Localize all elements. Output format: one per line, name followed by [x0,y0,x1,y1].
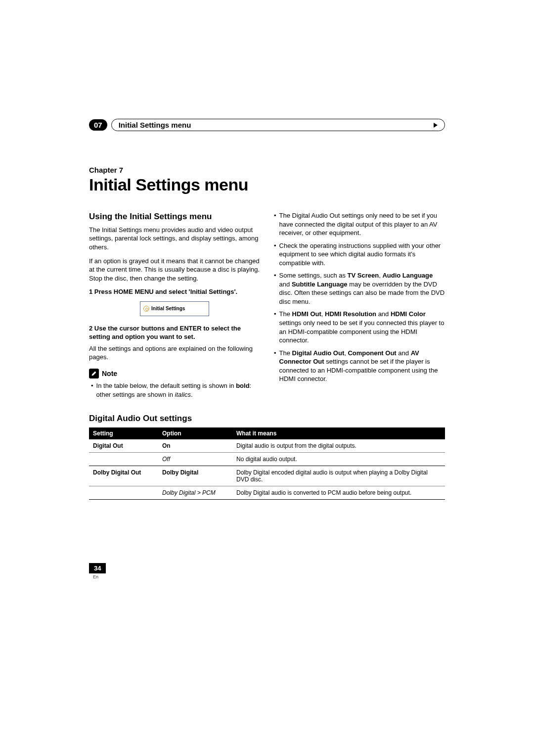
left-column: Using the Initial Settings menu The Init… [89,211,260,399]
bullet-text: The Digital Audio Out settings only need… [279,211,445,237]
list-item: • The Digital Audio Out settings only ne… [274,211,445,237]
section-heading-digital-audio: Digital Audio Out settings [89,414,445,424]
table-row: Digital Out On Digital audio is output f… [89,439,445,453]
cell-option: Dolby Digital [158,466,232,486]
paragraph: If an option is grayed out it means that… [89,257,260,283]
list-item: • Check the operating instructions suppl… [274,241,445,268]
settings-table: Setting Option What it means Digital Out… [89,427,445,500]
list-item: • The HDMI Out, HDMI Resolution and HDMI… [274,310,445,344]
section-heading-using: Using the Initial Settings menu [89,211,260,223]
screenshot-label: Initial Settings [151,305,185,312]
note-text: In the table below, the default setting … [96,381,260,399]
note-header: Note [89,369,260,378]
page-number: 34 [89,563,106,573]
col-header-meaning: What it means [232,427,445,439]
table-row: Dolby Digital > PCM Dolby Digital audio … [89,486,445,500]
bullet-dot: • [274,241,276,268]
cell-setting [89,453,158,466]
right-column: • The Digital Audio Out settings only ne… [274,211,445,399]
arrow-icon [434,123,438,128]
bullet-text: Some settings, such as TV Screen, Audio … [279,271,445,306]
page-header: 07 Initial Settings menu [89,119,445,131]
bullet-dot: • [274,310,276,344]
language-code: En [89,574,106,579]
bullet-text: The Digital Audio Out, Component Out and… [279,349,445,383]
cell-option: Off [158,453,232,466]
bullet-text: The HDMI Out, HDMI Resolution and HDMI C… [279,310,445,344]
bullet-text: Check the operating instructions supplie… [279,241,445,268]
chapter-number-badge: 07 [89,119,107,131]
note-icon [89,369,99,378]
cell-meaning: Digital audio is output from the digital… [232,439,445,453]
page-footer: 34 En [89,563,106,579]
bullet-dot: • [274,211,276,237]
cell-meaning: Dolby Digital audio is converted to PCM … [232,486,445,500]
disc-icon [143,306,149,312]
page-title: Initial Settings menu [89,175,445,194]
header-title-pill: Initial Settings menu [111,119,445,131]
bullet-dot: • [274,271,276,306]
cell-option: Dolby Digital > PCM [158,486,232,500]
step-2: 2 Use the cursor buttons and ENTER to se… [89,324,260,341]
cell-meaning: Dolby Digital encoded digital audio is o… [232,466,445,486]
cell-option: On [158,439,232,453]
cell-setting: Digital Out [89,439,158,453]
note-title: Note [102,369,117,378]
initial-settings-screenshot: Initial Settings [140,301,209,316]
bullet-dot: • [91,381,93,399]
cell-setting: Dolby Digital Out [89,466,158,486]
list-item: • Some settings, such as TV Screen, Audi… [274,271,445,306]
bullet-dot: • [274,349,276,383]
cell-meaning: No digital audio output. [232,453,445,466]
col-header-setting: Setting [89,427,158,439]
paragraph: All the settings and options are explain… [89,344,260,362]
table-row: Off No digital audio output. [89,453,445,466]
paragraph: The Initial Settings menu provides audio… [89,226,260,252]
chapter-label: Chapter 7 [89,166,445,174]
cell-setting [89,486,158,500]
note-bullet: • In the table below, the default settin… [89,381,260,399]
header-title: Initial Settings menu [119,121,191,129]
step-1: 1 Press HOME MENU and select 'Initial Se… [89,287,260,296]
list-item: • The Digital Audio Out, Component Out a… [274,349,445,383]
col-header-option: Option [158,427,232,439]
table-row: Dolby Digital Out Dolby Digital Dolby Di… [89,466,445,486]
